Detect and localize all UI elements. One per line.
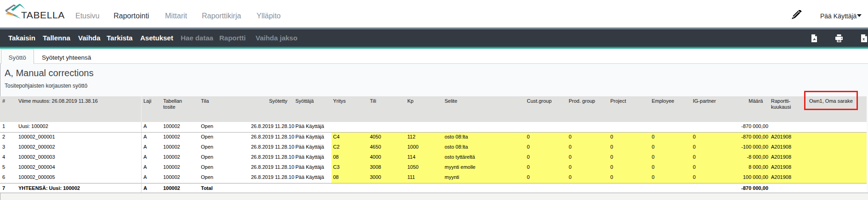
svg-text:x: x (862, 37, 865, 41)
